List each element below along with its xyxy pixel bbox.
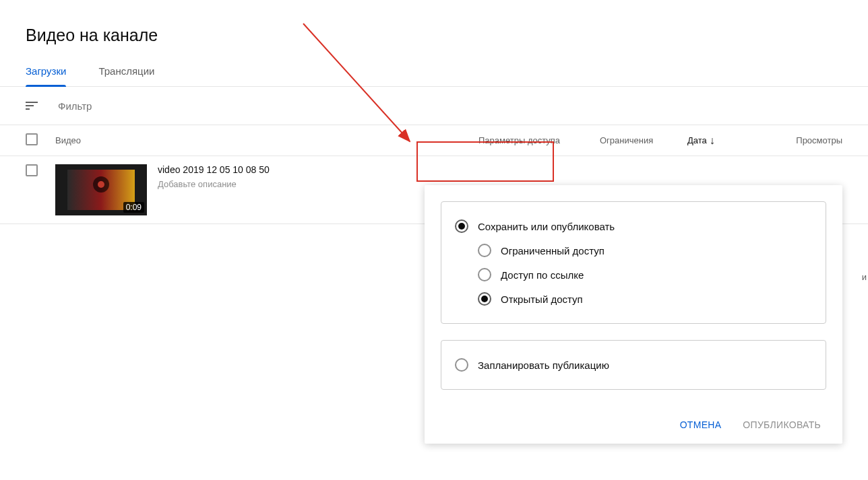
radio-label: Ограниченный доступ [501,245,604,256]
truncated-text: и [862,272,867,282]
column-restrictions[interactable]: Ограничения [600,135,687,145]
radio-icon [455,358,468,372]
schedule-group: Запланировать публикацию [441,340,826,390]
visibility-popover: Сохранить или опубликовать Ограниченный … [425,185,842,444]
page-title: Видео на канале [0,0,868,45]
save-publish-group: Сохранить или опубликовать Ограниченный … [441,201,826,324]
video-duration: 0:09 [123,202,144,213]
column-date[interactable]: Дата ↓ [687,135,775,147]
tab-live[interactable]: Трансляции [98,65,154,86]
video-thumbnail[interactable]: 0:09 [55,164,147,215]
radio-private[interactable]: Ограниченный доступ [455,238,812,263]
radio-public[interactable]: Открытый доступ [455,287,812,311]
radio-unlisted[interactable]: Доступ по ссылке [455,263,812,287]
radio-label: Сохранить или опубликовать [478,221,615,232]
filter-row [0,87,868,125]
radio-label: Открытый доступ [501,294,583,305]
radio-save-publish[interactable]: Сохранить или опубликовать [455,214,812,238]
column-video[interactable]: Видео [55,135,478,145]
tab-uploads[interactable]: Загрузки [26,65,66,86]
publish-button[interactable]: ОПУБЛИКОВАТЬ [735,414,829,436]
filter-icon[interactable] [26,98,42,114]
column-views[interactable]: Просмотры [775,135,842,145]
filter-input[interactable] [58,100,842,112]
radio-icon [455,219,468,233]
column-date-label: Дата [687,135,707,145]
radio-label: Доступ по ссылке [501,269,584,281]
sort-down-icon: ↓ [710,135,715,147]
row-checkbox[interactable] [26,164,38,176]
popover-footer: ОТМЕНА ОПУБЛИКОВАТЬ [425,406,842,444]
radio-icon [478,244,491,257]
play-icon [93,176,109,193]
cancel-button[interactable]: ОТМЕНА [672,414,730,436]
video-description[interactable]: Добавьте описание [158,179,270,189]
video-info: video 2019 12 05 10 08 50 Добавьте описа… [158,164,270,189]
radio-icon [478,268,491,281]
radio-label: Запланировать публикацию [478,359,609,371]
annotation-highlight [416,141,554,182]
radio-schedule[interactable]: Запланировать публикацию [455,353,812,377]
video-title[interactable]: video 2019 12 05 10 08 50 [158,164,270,175]
tabs: Загрузки Трансляции [0,45,868,87]
radio-icon [478,292,491,306]
select-all-checkbox[interactable] [26,133,38,145]
